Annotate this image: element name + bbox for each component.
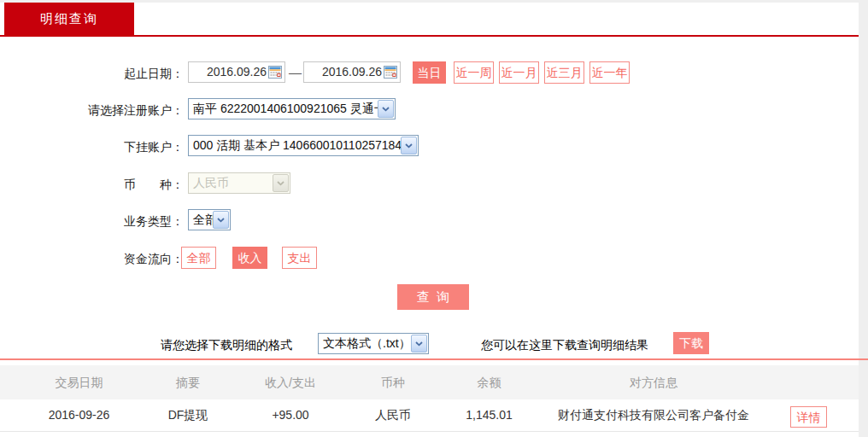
chevron-down-icon [273,174,289,192]
table-row: 2016-09-26 DF提现 +95.00 人民币 1,145.01 财付通支… [0,399,859,432]
query-button[interactable]: 查询 [397,284,469,310]
range-button-month[interactable]: 近一月 [499,61,539,84]
calendar-icon[interactable] [268,65,282,78]
start-date-input[interactable] [189,63,302,81]
chevron-down-icon [378,100,394,118]
cell-currency: 人民币 [342,399,444,431]
calendar-icon[interactable] [384,65,397,78]
fund-direction-expense[interactable]: 支出 [282,247,317,269]
range-button-quarter[interactable]: 近三月 [544,61,584,84]
currency-select: 人民币 [188,172,290,194]
col-header-currency: 币种 [342,365,444,399]
col-header-amount: 收入/支出 [243,365,337,399]
table-header: 交易日期 摘要 收入/支出 币种 余额 对方信息 [0,365,859,399]
chevron-down-icon [213,211,229,229]
download-format-label: 请您选择下载明细的格式 [161,338,292,353]
cell-counterparty: 财付通支付科技有限公司客户备付金 [542,399,765,431]
register-account-select[interactable]: 南平 6222001406100921065 灵通卡 [188,98,396,119]
cell-summary: DF提现 [137,399,239,431]
sub-account-select[interactable]: 000 活期 基本户 1406600101102571848 [188,135,419,156]
sub-account-label: 下挂账户： [0,140,184,155]
range-button-today[interactable]: 当日 [413,61,446,84]
business-type-label: 业务类型： [0,214,184,230]
cell-date: 2016-09-26 [26,399,132,431]
col-header-counterparty: 对方信息 [542,365,765,399]
table-top-divider [0,358,868,360]
register-account-label: 请选择注册账户： [0,103,184,119]
currency-label: 币 种： [0,178,184,193]
range-button-year[interactable]: 近一年 [589,61,630,84]
download-button[interactable]: 下载 [673,332,709,354]
register-account-value: 南平 6222001406100921065 灵通卡 [189,99,395,119]
fund-direction-all[interactable]: 全部 [181,247,216,269]
page: 明细查询 起止日期： — [0,0,868,437]
download-format-select[interactable]: 文本格式（.txt） [318,333,429,354]
fund-direction-label: 资金流向： [0,252,184,267]
date-separator: — [289,65,302,79]
detail-button[interactable]: 详情 [790,406,827,428]
business-type-select[interactable]: 全部 [188,209,231,230]
end-date-input-wrap [303,61,401,83]
start-date-input-wrap [188,61,285,83]
cell-balance: 1,145.01 [440,399,538,431]
fund-direction-income[interactable]: 收入 [232,247,267,269]
end-date-input[interactable] [304,63,417,81]
sub-account-value: 000 活期 基本户 1406600101102571848 [189,136,418,155]
chevron-down-icon [401,137,417,154]
download-hint: 您可以在这里下载查询明细结果 [481,338,648,353]
header-divider [0,35,859,37]
date-range-label: 起止日期： [0,67,184,82]
tab-detail-query[interactable]: 明细查询 [4,3,134,35]
col-header-balance: 余额 [440,365,538,399]
col-header-summary: 摘要 [137,365,239,399]
col-header-date: 交易日期 [26,365,132,399]
range-button-week[interactable]: 近一周 [454,61,494,84]
cell-amount: +95.00 [243,399,337,431]
chevron-down-icon [411,335,427,353]
